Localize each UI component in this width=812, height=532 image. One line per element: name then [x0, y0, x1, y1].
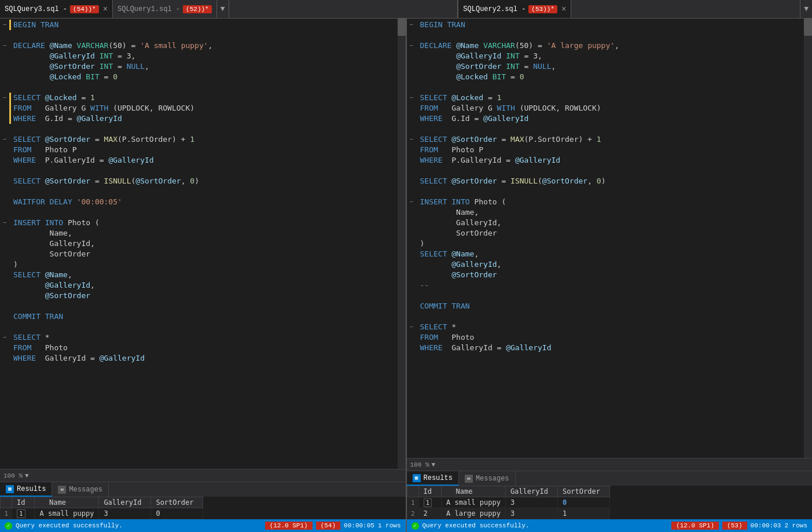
tab-sqlquery1-label: SQLQuery1.sql - [117, 5, 180, 13]
right-status-ok-icon: ✓ [411, 522, 419, 530]
right-zoom-label[interactable]: 100 % [410, 461, 429, 468]
right-status-time: 00:00:03 [751, 522, 781, 529]
left-status-connection: (54) [316, 522, 340, 530]
tab-sqlquery1-badge: (52))* [183, 5, 212, 13]
left-messages-label: Messages [69, 486, 102, 494]
tab-sqlquery1[interactable]: SQLQuery1.sql - (52))* [113, 0, 217, 18]
left-zoom-label[interactable]: 100 % [3, 472, 23, 479]
left-results-tab[interactable]: ▦ Results [0, 482, 52, 497]
tab-sqlquery3-close[interactable]: × [103, 5, 108, 14]
left-zoom-dropdown-icon[interactable]: ▼ [25, 472, 29, 479]
tab-sqlquery3-label: SQLQuery3.sql - [5, 5, 67, 13]
right-tab-dropdown[interactable]: ▼ [800, 0, 812, 18]
right-messages-tab[interactable]: ✉ Messages [459, 471, 516, 486]
tab-sqlquery2-close[interactable]: × [561, 5, 566, 14]
left-tab-dropdown[interactable]: ▼ [217, 0, 229, 18]
right-status-version: (12.0 SP1) [671, 522, 719, 530]
right-messages-label: Messages [476, 475, 509, 483]
right-code-area[interactable]: − BEGIN TRAN − DECLARE @Name VARCHAR(50)… [407, 19, 813, 458]
left-status-message: Query executed successfully. [16, 522, 123, 529]
left-status-ok-icon: ✓ [5, 522, 12, 530]
right-results-label: Results [424, 474, 453, 482]
tab-sqlquery3-badge: (54))* [70, 5, 99, 13]
left-status-bar: ✓ Query executed successfully. (12.0 SP1… [0, 519, 407, 532]
left-zoom-bar: 100 % ▼ [0, 469, 406, 482]
left-messages-tab[interactable]: ✉ Messages [52, 482, 109, 497]
left-results-label: Results [17, 485, 46, 493]
right-zoom-dropdown-icon[interactable]: ▼ [432, 461, 436, 468]
tab-sqlquery3[interactable]: SQLQuery3.sql - (54))* × [0, 0, 113, 18]
right-results-grid: Id Name GalleryId SortOrder 1 1 A small … [407, 486, 813, 519]
tab-sqlquery2-badge: (53))* [528, 5, 557, 13]
right-zoom-bar: 100 % ▼ [407, 458, 813, 471]
tab-sqlquery2-label: SQLQuery2.sql - [463, 5, 526, 13]
right-status-rows: 2 rows [784, 522, 807, 529]
tab-sqlquery2[interactable]: SQLQuery2.sql - (53))* × [458, 0, 571, 18]
left-results-grid: Id Name GalleryId SortOrder 1 1 A small … [0, 497, 406, 519]
left-results-icon: ▦ [6, 485, 14, 493]
left-code-area[interactable]: − BEGIN TRAN − DECLARE @Name VARCHAR(50)… [0, 19, 406, 469]
left-status-time: 00:00:05 [344, 522, 374, 529]
left-status-version: (12.0 SP1) [265, 522, 313, 530]
right-status-bar: ✓ Query executed successfully. (12.0 SP1… [407, 519, 813, 532]
right-status-connection: (53) [722, 522, 747, 530]
left-messages-icon: ✉ [58, 486, 66, 494]
right-status-message: Query executed successfully. [422, 522, 530, 529]
right-results-icon: ▦ [413, 474, 421, 482]
left-status-rows: 1 rows [378, 522, 401, 529]
right-results-tab[interactable]: ▦ Results [407, 471, 459, 486]
right-messages-icon: ✉ [465, 475, 473, 483]
